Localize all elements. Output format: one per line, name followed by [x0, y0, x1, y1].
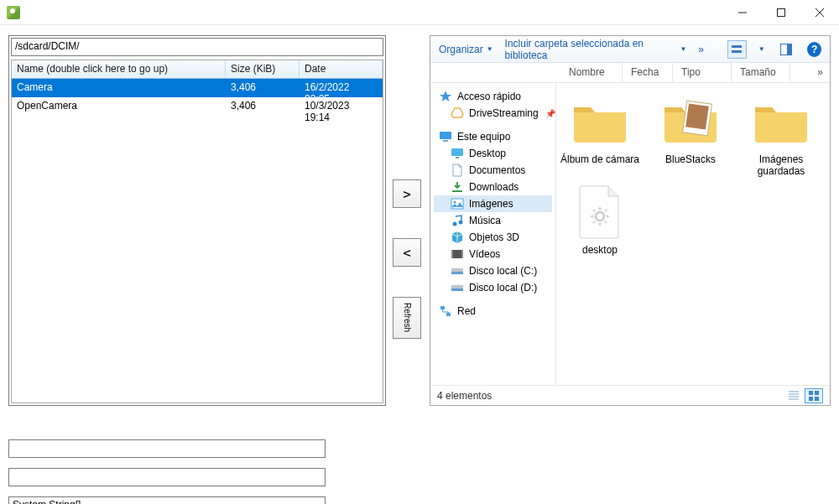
explorer-toolbar: Organizar ▼ Incluir carpeta seleccionada… — [430, 36, 830, 63]
help-icon[interactable]: ? — [807, 42, 821, 57]
svg-rect-7 — [440, 132, 451, 139]
svg-rect-4 — [787, 44, 791, 55]
details-view-button[interactable] — [784, 388, 803, 403]
status-count: 4 elementos — [437, 390, 492, 402]
preview-pane-button[interactable] — [777, 40, 796, 59]
download-icon — [451, 180, 464, 194]
tree-network[interactable]: Red — [434, 303, 552, 320]
item-label: BlueStacks — [665, 153, 716, 177]
file-grid: Name (double click here to go up) Size (… — [11, 60, 383, 403]
include-label: Incluir carpeta seleccionada en bibliote… — [505, 38, 677, 61]
settings-file-icon — [570, 182, 630, 242]
grid-row[interactable]: Camera 3,406 16/2/2022 02:05 — [12, 79, 383, 97]
svg-marker-6 — [451, 108, 463, 117]
tree-desktop[interactable]: Desktop — [434, 145, 552, 162]
svg-rect-11 — [452, 190, 462, 192]
tree-this-pc[interactable]: Este equipo — [434, 128, 552, 145]
svg-point-15 — [459, 221, 463, 225]
toolbar-more-button[interactable]: » — [698, 44, 704, 55]
tree-videos[interactable]: Vídeos — [434, 246, 552, 262]
col-name[interactable]: Nombre — [560, 63, 623, 82]
svg-rect-22 — [451, 288, 463, 291]
tree-label: Acceso rápido — [457, 91, 521, 102]
svg-rect-18 — [461, 250, 463, 258]
video-icon — [451, 247, 464, 261]
svg-rect-9 — [451, 148, 463, 156]
svg-marker-5 — [440, 91, 451, 101]
grid-row[interactable]: OpenCamera 3,406 10/3/2023 19:14 — [12, 97, 383, 116]
network-icon — [439, 304, 452, 318]
folder-item[interactable]: Álbum de cámara — [560, 91, 640, 177]
explorer-status: 4 elementos — [430, 385, 830, 405]
svg-rect-12 — [451, 199, 463, 209]
tree-label: Vídeos — [469, 248, 500, 260]
close-button[interactable] — [800, 0, 839, 25]
cell-name: Camera — [12, 79, 226, 97]
svg-rect-30 — [809, 397, 813, 401]
organize-label: Organizar — [439, 44, 483, 55]
folder-item[interactable]: BlueStacks — [650, 91, 731, 177]
svg-rect-0 — [778, 8, 785, 16]
tree-pictures[interactable]: Imágenes — [434, 195, 552, 212]
tree-label: Disco local (D:) — [469, 282, 537, 294]
icons-view-button[interactable] — [805, 388, 823, 403]
tree-pane: Acceso rápido DriveStreaming 📌 Este equi… — [430, 83, 556, 385]
cell-name: OpenCamera — [12, 97, 226, 116]
tree-label: Desktop — [469, 148, 506, 159]
file-item[interactable]: desktop — [560, 182, 640, 268]
cell-date: 10/3/2023 19:14 — [300, 97, 383, 116]
titlebar — [0, 0, 839, 25]
tree-disk-d[interactable]: Disco local (D:) — [434, 279, 552, 296]
col-more[interactable]: » — [790, 63, 830, 82]
header-name[interactable]: Name (double click here to go up) — [12, 60, 226, 78]
tree-downloads[interactable]: Downloads — [434, 179, 552, 195]
minimize-button[interactable] — [723, 0, 762, 25]
items-pane[interactable]: Álbum de cámara BlueStacks — [556, 83, 830, 385]
tree-3dobjects[interactable]: Objetos 3D — [434, 229, 552, 246]
bottom-field-3[interactable]: System.String[] — [8, 496, 326, 504]
copy-left-button[interactable]: < — [393, 238, 421, 267]
maximize-button[interactable] — [762, 0, 800, 25]
copy-right-button[interactable]: > — [393, 179, 421, 208]
chevron-down-icon[interactable]: ▼ — [758, 45, 765, 53]
tree-label: Disco local (C:) — [469, 265, 537, 277]
toolbar-more-label: » — [698, 44, 704, 55]
tree-drivestreaming[interactable]: DriveStreaming 📌 — [434, 105, 552, 122]
organize-button[interactable]: Organizar ▼ — [439, 44, 493, 55]
tree-label: Imágenes — [469, 198, 513, 210]
tree-label: Documentos — [469, 164, 525, 176]
tree-music[interactable]: Música — [434, 212, 552, 229]
bottom-field-2[interactable] — [8, 468, 326, 486]
bottom-field-1[interactable] — [8, 439, 326, 458]
svg-point-27 — [596, 212, 604, 221]
col-type[interactable]: Tipo — [673, 63, 732, 82]
svg-rect-8 — [443, 140, 448, 142]
tree-documents[interactable]: Documentos — [434, 162, 552, 179]
explorer-pane: Organizar ▼ Incluir carpeta seleccionada… — [430, 35, 831, 406]
col-size[interactable]: Tamaño — [732, 63, 790, 82]
tree-label: Este equipo — [457, 131, 510, 143]
view-mode-button[interactable] — [727, 40, 747, 59]
tree-label: Objetos 3D — [469, 231, 519, 243]
monitor-icon — [439, 130, 452, 143]
path-field[interactable]: /sdcard/DCIM/ — [11, 38, 383, 56]
svg-rect-24 — [446, 313, 451, 316]
include-button[interactable]: Incluir carpeta seleccionada en bibliote… — [505, 38, 687, 61]
tree-label: Red — [457, 305, 476, 317]
svg-rect-31 — [815, 397, 819, 401]
header-date[interactable]: Date — [300, 60, 383, 78]
svg-rect-23 — [440, 306, 445, 309]
android-pane: /sdcard/DCIM/ Name (double click here to… — [8, 35, 386, 406]
tree-label: DriveStreaming — [469, 107, 539, 119]
refresh-button[interactable]: Refresh — [393, 297, 421, 339]
folder-item[interactable]: Imágenes guardadas — [741, 91, 821, 177]
svg-rect-29 — [815, 391, 819, 395]
app-icon — [7, 6, 20, 19]
item-label: Imágenes guardadas — [741, 153, 821, 177]
header-size[interactable]: Size (KiB) — [226, 60, 300, 78]
cell-size: 3,406 — [226, 79, 300, 97]
tree-quick-access[interactable]: Acceso rápido — [434, 88, 552, 105]
item-label: Álbum de cámara — [560, 153, 639, 177]
tree-disk-c[interactable]: Disco local (C:) — [434, 262, 552, 279]
col-date[interactable]: Fecha — [623, 63, 673, 82]
